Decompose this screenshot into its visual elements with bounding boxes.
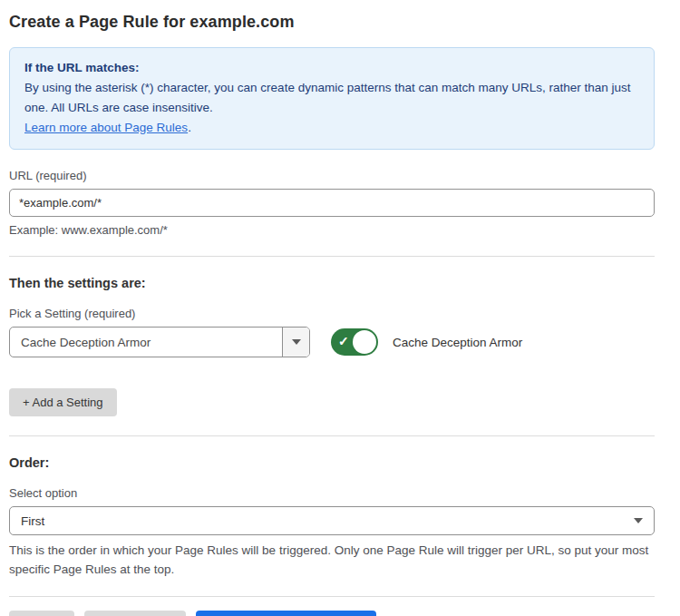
pick-setting-label: Pick a Setting (required)	[9, 307, 655, 320]
setting-select-arrow-button[interactable]	[282, 328, 309, 357]
add-setting-button[interactable]: + Add a Setting	[9, 388, 117, 416]
order-select[interactable]: First	[9, 506, 655, 535]
order-helper-text: This is the order in which your Page Rul…	[9, 542, 655, 579]
chevron-down-icon	[634, 518, 643, 523]
check-icon: ✓	[338, 335, 349, 349]
settings-section-heading: Then the settings are:	[9, 276, 655, 290]
save-as-draft-button[interactable]: Save as Draft	[84, 611, 186, 616]
url-example-helper: Example: www.example.com/*	[9, 223, 655, 237]
toggle-setting-label: Cache Deception Armor	[393, 336, 522, 349]
page-title: Create a Page Rule for example.com	[9, 13, 655, 32]
setting-select[interactable]: Cache Deception Armor	[9, 327, 310, 357]
divider	[9, 596, 655, 597]
info-box-heading: If the URL matches:	[24, 58, 639, 78]
order-section-heading: Order:	[9, 455, 655, 470]
create-page-rule-panel: Create a Page Rule for example.com If th…	[0, 0, 680, 616]
setting-toggle[interactable]: ✓	[331, 328, 378, 356]
order-select-value: First	[21, 514, 44, 528]
url-match-info-box: If the URL matches: By using the asteris…	[9, 47, 655, 150]
learn-more-link[interactable]: Learn more about Page Rules	[24, 121, 188, 134]
divider	[9, 256, 655, 257]
cancel-button[interactable]: Cancel	[9, 611, 74, 616]
info-box-body: By using the asterisk (*) character, you…	[24, 78, 639, 118]
setting-select-value: Cache Deception Armor	[10, 328, 282, 357]
url-input[interactable]	[9, 189, 655, 217]
toggle-knob	[353, 330, 376, 354]
url-field-label: URL (required)	[9, 169, 655, 182]
order-select-label: Select option	[9, 486, 655, 500]
chevron-down-icon	[292, 339, 301, 345]
footer-button-row: Cancel Save as Draft Save and Deploy Pag…	[9, 611, 655, 616]
save-and-deploy-button[interactable]: Save and Deploy Page Rule	[196, 611, 377, 616]
info-box-link-line: Learn more about Page Rules.	[24, 118, 639, 138]
setting-controls-row: Cache Deception Armor ✓ Cache Deception …	[9, 327, 655, 357]
divider	[9, 435, 655, 436]
link-suffix: .	[188, 121, 191, 134]
